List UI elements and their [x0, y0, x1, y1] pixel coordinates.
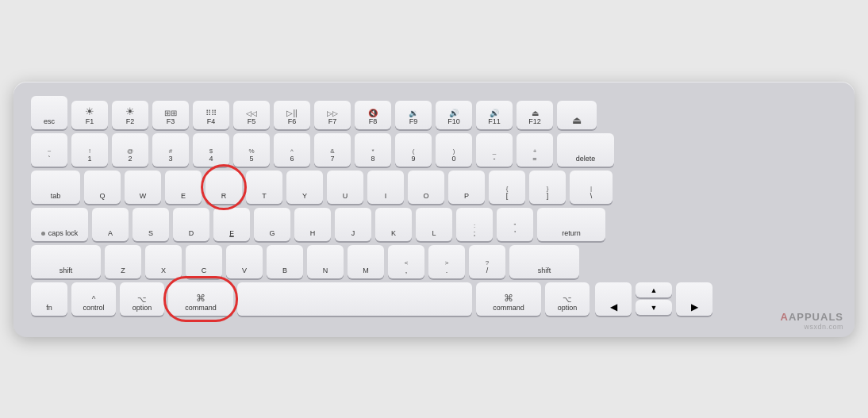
bottom-row: fn ^ control ⌥ option ⌘ command ⌘ comman…	[31, 282, 837, 316]
key-shift-left[interactable]: shift	[31, 245, 101, 278]
key-lbracket[interactable]: { [	[489, 171, 525, 204]
key-esc[interactable]: esc	[31, 96, 67, 129]
qwerty-row: tab Q W E R T Y U I O P	[31, 171, 837, 204]
key-q[interactable]: Q	[84, 171, 121, 204]
arrow-up-down: ▲ ▼	[636, 282, 672, 315]
key-k[interactable]: K	[375, 208, 412, 241]
key-arrow-up[interactable]: ▲	[636, 282, 672, 297]
key-f6[interactable]: ▷|| F6	[274, 101, 310, 129]
key-f12[interactable]: ⏏ F12	[517, 101, 553, 129]
key-comma[interactable]: < ,	[388, 245, 424, 278]
key-e[interactable]: E	[165, 171, 202, 204]
key-f4[interactable]: ⠿⠿ F4	[193, 101, 229, 129]
key-arrow-right[interactable]: ▶	[676, 282, 712, 316]
key-o[interactable]: O	[408, 171, 444, 204]
key-j[interactable]: J	[335, 208, 371, 241]
key-equals[interactable]: + =	[517, 133, 553, 167]
key-space[interactable]	[237, 282, 472, 316]
watermark-url: wsxdn.com	[780, 323, 843, 331]
key-f7[interactable]: ▷▷ F7	[314, 101, 351, 129]
key-b[interactable]: B	[267, 245, 303, 278]
key-7[interactable]: & 7	[314, 133, 351, 167]
key-f11[interactable]: 🔊 F11	[476, 101, 513, 129]
number-row: ~ ` ! 1 @ 2 # 3 $ 4 % 5 ^ 6 & 7	[31, 133, 837, 167]
key-arrow-down[interactable]: ▼	[636, 300, 672, 315]
key-2[interactable]: @ 2	[112, 133, 148, 167]
key-eject[interactable]: ⏏	[557, 101, 597, 129]
key-n[interactable]: N	[307, 245, 344, 278]
asdf-row: caps lock A S D F G H J K L	[31, 208, 837, 241]
key-delete[interactable]: delete	[557, 133, 614, 167]
key-return[interactable]: return	[537, 208, 605, 241]
caps-indicator	[41, 232, 45, 236]
arrow-keys: ◀ ▲ ▼ ▶	[595, 282, 712, 316]
key-4[interactable]: $ 4	[193, 133, 229, 167]
key-u[interactable]: U	[327, 171, 363, 204]
key-1[interactable]: ! 1	[71, 133, 108, 167]
key-f3[interactable]: ⊞⊞ F3	[152, 101, 189, 129]
key-f9[interactable]: 🔉 F9	[395, 101, 432, 129]
key-z[interactable]: Z	[105, 245, 141, 278]
key-0[interactable]: ) 0	[436, 133, 472, 167]
key-a[interactable]: A	[92, 208, 129, 241]
key-r[interactable]: R	[205, 171, 242, 204]
fn-row: esc ☀ F1 ☀ F2 ⊞⊞ F3 ⠿⠿ F4 ◁◁ F5 ▷|| F6 ▷…	[31, 96, 837, 129]
key-v[interactable]: V	[226, 245, 263, 278]
key-fn[interactable]: fn	[31, 282, 67, 316]
key-shift-right[interactable]: shift	[509, 245, 579, 278]
key-backslash[interactable]: | \	[570, 171, 613, 204]
key-5[interactable]: % 5	[233, 133, 270, 167]
key-option-right[interactable]: ⌥ option	[545, 282, 590, 316]
key-semicolon[interactable]: : ;	[456, 208, 493, 241]
key-t[interactable]: T	[246, 171, 282, 204]
key-tab[interactable]: tab	[31, 171, 80, 204]
key-6[interactable]: ^ 6	[274, 133, 310, 167]
keyboard: esc ☀ F1 ☀ F2 ⊞⊞ F3 ⠿⠿ F4 ◁◁ F5 ▷|| F6 ▷…	[13, 82, 855, 337]
key-control[interactable]: ^ control	[71, 282, 116, 316]
key-backtick[interactable]: ~ `	[31, 133, 67, 167]
watermark: AAPPUALS wsxdn.com	[780, 311, 843, 331]
key-x[interactable]: X	[145, 245, 182, 278]
key-arrow-left[interactable]: ◀	[595, 282, 632, 316]
key-quote[interactable]: " '	[497, 208, 533, 241]
key-y[interactable]: Y	[286, 171, 323, 204]
key-d[interactable]: D	[173, 208, 209, 241]
key-period[interactable]: > .	[428, 245, 465, 278]
key-8[interactable]: * 8	[355, 133, 391, 167]
key-w[interactable]: W	[125, 171, 161, 204]
key-option-left[interactable]: ⌥ option	[120, 282, 164, 316]
key-9[interactable]: ( 9	[395, 133, 432, 167]
key-command-right[interactable]: ⌘ command	[476, 282, 541, 316]
key-f[interactable]: F	[213, 208, 250, 241]
key-command-left[interactable]: ⌘ command	[168, 282, 233, 316]
key-f2[interactable]: ☀ F2	[112, 101, 148, 129]
key-l[interactable]: L	[416, 208, 452, 241]
key-3[interactable]: # 3	[152, 133, 189, 167]
key-h[interactable]: H	[294, 208, 331, 241]
key-f5[interactable]: ◁◁ F5	[233, 101, 270, 129]
key-f1[interactable]: ☀ F1	[71, 101, 108, 129]
key-f8[interactable]: 🔇 F8	[355, 101, 391, 129]
key-f10[interactable]: 🔊 F10	[436, 101, 472, 129]
key-caps-lock[interactable]: caps lock	[31, 208, 88, 241]
key-slash[interactable]: ? /	[469, 245, 505, 278]
key-c[interactable]: C	[186, 245, 222, 278]
key-s[interactable]: S	[133, 208, 169, 241]
key-g[interactable]: G	[254, 208, 290, 241]
key-p[interactable]: P	[448, 171, 485, 204]
zxcv-row: shift Z X C V B N M < , > .	[31, 245, 837, 278]
key-rbracket[interactable]: } ]	[529, 171, 566, 204]
key-i[interactable]: I	[367, 171, 404, 204]
key-minus[interactable]: _ -	[476, 133, 513, 167]
key-m[interactable]: M	[348, 245, 384, 278]
